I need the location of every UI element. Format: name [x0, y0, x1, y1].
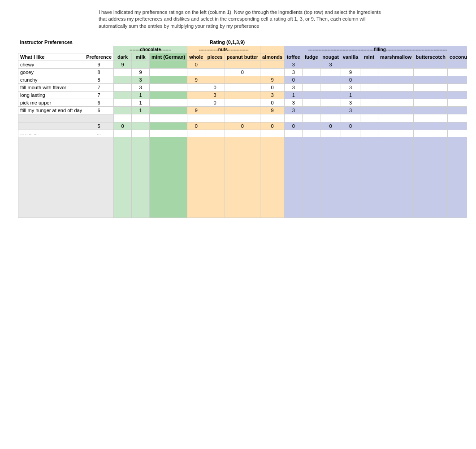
cell-milk[interactable] — [132, 61, 150, 69]
cell-mint-german[interactable] — [150, 92, 187, 99]
cell-butterscotch[interactable] — [414, 76, 448, 84]
cell-pb[interactable] — [225, 84, 260, 92]
cell-vanilla[interactable]: 0 — [341, 76, 360, 84]
cell-toffee[interactable]: 3 — [285, 99, 303, 107]
cell-almonds[interactable]: 0 — [260, 99, 284, 107]
cell-nougat[interactable] — [320, 92, 341, 99]
cell-nougat[interactable] — [320, 107, 341, 114]
cell-toffee[interactable]: 1 — [285, 92, 303, 99]
cell-mint-german[interactable] — [150, 76, 187, 84]
cell-almonds[interactable]: 3 — [260, 92, 284, 99]
cell-mint2[interactable] — [360, 99, 378, 107]
cell-marshmallow[interactable] — [378, 76, 414, 84]
cell-marshmallow[interactable] — [378, 107, 414, 114]
cell-whole[interactable] — [187, 84, 205, 92]
cell-marshmallow[interactable] — [378, 92, 414, 99]
cell-whole[interactable]: 9 — [187, 107, 205, 114]
cell-dark[interactable]: 9 — [114, 61, 132, 69]
cell-fudge[interactable] — [303, 92, 320, 99]
cell-pieces[interactable] — [205, 61, 225, 69]
cell-almonds[interactable]: 9 — [260, 76, 284, 84]
cell-milk[interactable]: 3 — [132, 76, 150, 84]
cell-toffee[interactable]: 0 — [285, 76, 303, 84]
cell-mint2[interactable] — [360, 92, 378, 99]
cell-butterscotch[interactable] — [414, 84, 448, 92]
cell-milk[interactable]: 1 — [132, 92, 150, 99]
cell-mint-german[interactable] — [150, 69, 187, 76]
cell-almonds[interactable]: 0 — [260, 84, 284, 92]
cell-pb[interactable] — [225, 107, 260, 114]
cell-fudge[interactable] — [303, 69, 320, 76]
cell-mint-german[interactable] — [150, 84, 187, 92]
cell-vanilla[interactable]: 9 — [341, 69, 360, 76]
cell-marshmallow[interactable] — [378, 99, 414, 107]
cell-milk[interactable]: 1 — [132, 107, 150, 114]
cell-pieces[interactable] — [205, 76, 225, 84]
cell-whole[interactable] — [187, 92, 205, 99]
cell-mint-german[interactable] — [150, 99, 187, 107]
cell-nougat[interactable] — [320, 76, 341, 84]
cell-pieces[interactable]: 0 — [205, 84, 225, 92]
cell-milk[interactable]: 9 — [132, 69, 150, 76]
cell-butterscotch[interactable] — [414, 61, 448, 69]
cell-mint-german[interactable] — [150, 61, 187, 69]
cell-pieces[interactable]: 0 — [205, 99, 225, 107]
cell-coconut[interactable] — [448, 69, 467, 76]
cell-butterscotch[interactable] — [414, 107, 448, 114]
cell-fudge[interactable] — [303, 76, 320, 84]
cell-vanilla[interactable]: 1 — [341, 92, 360, 99]
cell-marshmallow[interactable] — [378, 61, 414, 69]
cell-toffee[interactable]: 3 — [285, 61, 303, 69]
cell-mint-german[interactable] — [150, 107, 187, 114]
cell-dark[interactable] — [114, 76, 132, 84]
cell-mint2[interactable] — [360, 107, 378, 114]
cell-mint2[interactable] — [360, 76, 378, 84]
cell-coconut[interactable] — [448, 61, 467, 69]
cell-fudge[interactable] — [303, 99, 320, 107]
cell-pb[interactable]: 0 — [225, 69, 260, 76]
cell-coconut[interactable] — [448, 107, 467, 114]
cell-pieces[interactable]: 3 — [205, 92, 225, 99]
cell-pieces[interactable] — [205, 69, 225, 76]
cell-mint2[interactable] — [360, 61, 378, 69]
cell-pb[interactable] — [225, 61, 260, 69]
cell-almonds[interactable] — [260, 61, 284, 69]
cell-milk[interactable]: 1 — [132, 99, 150, 107]
cell-coconut[interactable] — [448, 99, 467, 107]
cell-pb[interactable] — [225, 76, 260, 84]
cell-nougat[interactable] — [320, 99, 341, 107]
cell-dark[interactable] — [114, 92, 132, 99]
cell-dark[interactable] — [114, 99, 132, 107]
cell-toffee[interactable]: 3 — [285, 107, 303, 114]
cell-marshmallow[interactable] — [378, 84, 414, 92]
cell-vanilla[interactable]: 3 — [341, 84, 360, 92]
cell-dark[interactable] — [114, 69, 132, 76]
cell-coconut[interactable] — [448, 76, 467, 84]
cell-toffee[interactable]: 3 — [285, 69, 303, 76]
cell-mint2[interactable] — [360, 69, 378, 76]
cell-pb[interactable] — [225, 92, 260, 99]
cell-whole[interactable]: 9 — [187, 76, 205, 84]
cell-fudge[interactable] — [303, 84, 320, 92]
cell-pieces[interactable] — [205, 107, 225, 114]
cell-vanilla[interactable]: 3 — [341, 107, 360, 114]
cell-toffee[interactable]: 3 — [285, 84, 303, 92]
cell-vanilla[interactable] — [341, 61, 360, 69]
cell-nougat[interactable]: 3 — [320, 61, 341, 69]
cell-milk[interactable]: 3 — [132, 84, 150, 92]
cell-whole[interactable] — [187, 99, 205, 107]
cell-nougat[interactable] — [320, 69, 341, 76]
cell-dark[interactable] — [114, 107, 132, 114]
cell-marshmallow[interactable] — [378, 69, 414, 76]
cell-coconut[interactable] — [448, 84, 467, 92]
cell-dark[interactable] — [114, 84, 132, 92]
cell-nougat[interactable] — [320, 84, 341, 92]
cell-butterscotch[interactable] — [414, 99, 448, 107]
cell-fudge[interactable] — [303, 107, 320, 114]
cell-whole[interactable]: 0 — [187, 61, 205, 69]
cell-butterscotch[interactable] — [414, 69, 448, 76]
cell-butterscotch[interactable] — [414, 92, 448, 99]
cell-whole[interactable] — [187, 69, 205, 76]
cell-fudge[interactable] — [303, 61, 320, 69]
cell-almonds[interactable] — [260, 69, 284, 76]
